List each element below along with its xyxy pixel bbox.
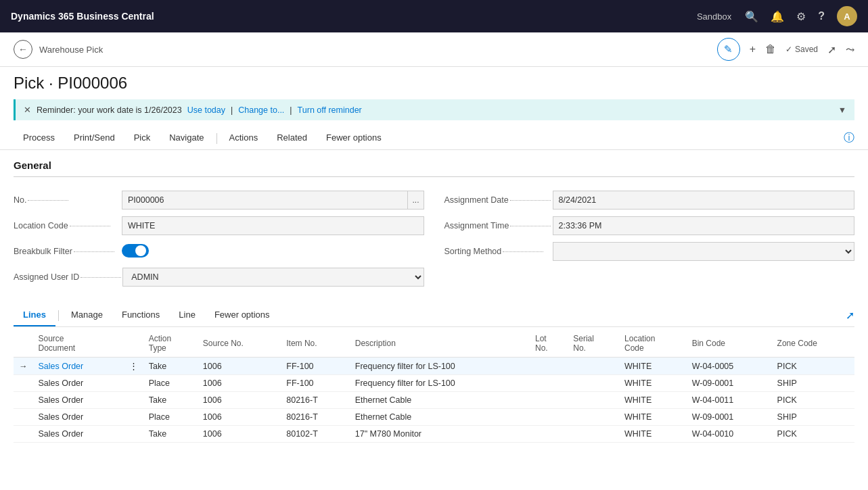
delete-button[interactable]: 🗑	[765, 43, 776, 55]
row-menu-cell[interactable]: ⋮	[124, 358, 143, 375]
col-menu	[124, 330, 143, 358]
zone-code-cell: SHIP	[772, 375, 854, 392]
serial-no-cell	[568, 409, 619, 426]
assignment-time-input[interactable]	[553, 216, 855, 235]
source-doc-link[interactable]: Sales Order	[39, 362, 84, 371]
assignment-date-field-row: Assignment Date	[444, 189, 855, 211]
use-today-link[interactable]: Use today	[187, 105, 225, 115]
collapse-button[interactable]: ⤳	[846, 43, 854, 56]
source-no-cell: 1006	[198, 375, 281, 392]
content-area: General No. ... Location Code	[0, 150, 868, 490]
zone-code-cell: SHIP	[772, 409, 854, 426]
general-fields-left: No. ... Location Code	[14, 189, 424, 288]
menu-info-icon[interactable]: ⓘ	[844, 131, 854, 145]
lines-table: SourceDocument ActionType Source No. Ite…	[14, 330, 854, 443]
location-code-input[interactable]	[122, 216, 424, 235]
saved-label: Saved	[795, 45, 818, 54]
assignment-time-label: Assignment Time	[444, 221, 553, 230]
location-code-value	[122, 216, 424, 235]
item-no-cell: 80102-T	[281, 426, 350, 443]
row-arrow-cell: →	[14, 358, 33, 375]
source-no-cell: 1006	[198, 392, 281, 409]
reminder-close-icon[interactable]: ✕	[24, 105, 31, 115]
assignment-date-input[interactable]	[553, 191, 855, 210]
settings-icon[interactable]: ⚙	[796, 10, 806, 23]
lines-tab-functions[interactable]: Functions	[112, 304, 169, 326]
source-doc-text: Sales Order	[39, 429, 84, 439]
help-icon[interactable]: ?	[818, 10, 825, 22]
sorting-method-label: Sorting Method	[444, 247, 553, 256]
lines-tab-manage[interactable]: Manage	[62, 304, 112, 326]
row-menu-cell[interactable]	[124, 409, 143, 426]
source-doc-cell: Sales Order	[33, 409, 124, 426]
row-arrow-cell	[14, 426, 33, 443]
serial-no-cell	[568, 358, 619, 375]
edit-button[interactable]: ✎	[717, 38, 740, 61]
action-type-cell: Place	[143, 375, 198, 392]
row-menu-cell[interactable]	[124, 392, 143, 409]
lines-table-header: SourceDocument ActionType Source No. Ite…	[14, 330, 854, 358]
sorting-method-select[interactable]	[553, 242, 855, 261]
source-doc-text: Sales Order	[39, 395, 84, 405]
bin-code-cell: W-09-0001	[687, 409, 772, 426]
row-arrow-cell	[14, 409, 33, 426]
source-no-cell: 1006	[198, 426, 281, 443]
reminder-expand-icon[interactable]: ▼	[838, 105, 846, 115]
tab-actions[interactable]: Actions	[220, 127, 268, 149]
assigned-user-id-select[interactable]: ADMIN	[122, 268, 424, 287]
tab-pick[interactable]: Pick	[124, 127, 160, 149]
sorting-method-value	[553, 242, 855, 261]
table-row: Sales Order Place 1006 FF-100 Frequency …	[14, 375, 854, 392]
no-ellipsis-button[interactable]: ...	[407, 191, 424, 210]
assignment-time-value	[553, 216, 855, 235]
environment-label: Sandbox	[697, 11, 731, 22]
general-fields-right: Assignment Date Assignment Time Sorting …	[444, 189, 855, 288]
reminder-banner: ✕ Reminder: your work date is 1/26/2023 …	[14, 99, 854, 120]
location-code-cell: WHITE	[619, 358, 687, 375]
lines-tab-fewer-options[interactable]: Fewer options	[205, 304, 279, 326]
item-no-cell: FF-100	[281, 358, 350, 375]
user-avatar[interactable]: A	[837, 6, 857, 26]
lines-tab-lines[interactable]: Lines	[14, 304, 55, 326]
tab-fewer-options[interactable]: Fewer options	[317, 127, 391, 149]
col-item-no: Item No.	[281, 330, 350, 358]
tab-print-send[interactable]: Print/Send	[64, 127, 124, 149]
back-button[interactable]: ←	[14, 40, 32, 59]
row-arrow-cell	[14, 375, 33, 392]
source-doc-text: Sales Order	[39, 412, 84, 422]
check-icon: ✓	[785, 45, 792, 54]
top-bar-icons: 🔍 🔔 ⚙ ? A	[745, 6, 857, 26]
source-doc-text: Sales Order	[39, 378, 84, 388]
description-cell: 17" M780 Monitor	[350, 426, 530, 443]
table-row: Sales Order Take 1006 80102-T 17" M780 M…	[14, 426, 854, 443]
tab-related[interactable]: Related	[267, 127, 317, 149]
source-no-cell: 1006	[198, 409, 281, 426]
main-menu-tabs: Process Print/Send Pick Navigate Actions…	[0, 127, 868, 150]
lines-expand-icon[interactable]: ➚	[846, 309, 854, 322]
tab-process[interactable]: Process	[14, 127, 64, 149]
lines-tab-line[interactable]: Line	[169, 304, 205, 326]
row-menu-cell[interactable]	[124, 375, 143, 392]
table-row: Sales Order Place 1006 80216-T Ethernet …	[14, 409, 854, 426]
top-nav-bar: Dynamics 365 Business Central Sandbox 🔍 …	[0, 0, 868, 32]
col-arrow	[14, 330, 33, 358]
turn-off-link[interactable]: Turn off reminder	[298, 105, 362, 115]
breakbulk-filter-label: Breakbulk Filter	[14, 247, 122, 256]
open-in-new-button[interactable]: ➚	[827, 43, 836, 56]
breakbulk-toggle[interactable]	[122, 244, 149, 258]
tab-navigate[interactable]: Navigate	[160, 127, 213, 149]
add-button[interactable]: +	[750, 43, 756, 55]
assigned-user-id-label: Assigned User ID	[14, 272, 122, 282]
breakbulk-filter-value	[122, 244, 424, 260]
reminder-message: Reminder: your work date is 1/26/2023	[37, 105, 182, 115]
row-menu-cell[interactable]	[124, 426, 143, 443]
table-row: Sales Order Take 1006 80216-T Ethernet C…	[14, 392, 854, 409]
no-input[interactable]	[122, 191, 407, 210]
col-source-no: Source No.	[198, 330, 281, 358]
notification-icon[interactable]: 🔔	[771, 10, 784, 23]
general-fields: No. ... Location Code	[14, 184, 854, 293]
assignment-time-field-row: Assignment Time	[444, 215, 855, 237]
change-to-link[interactable]: Change to...	[238, 105, 284, 115]
search-icon[interactable]: 🔍	[745, 10, 758, 23]
col-bin-code: Bin Code	[687, 330, 772, 358]
